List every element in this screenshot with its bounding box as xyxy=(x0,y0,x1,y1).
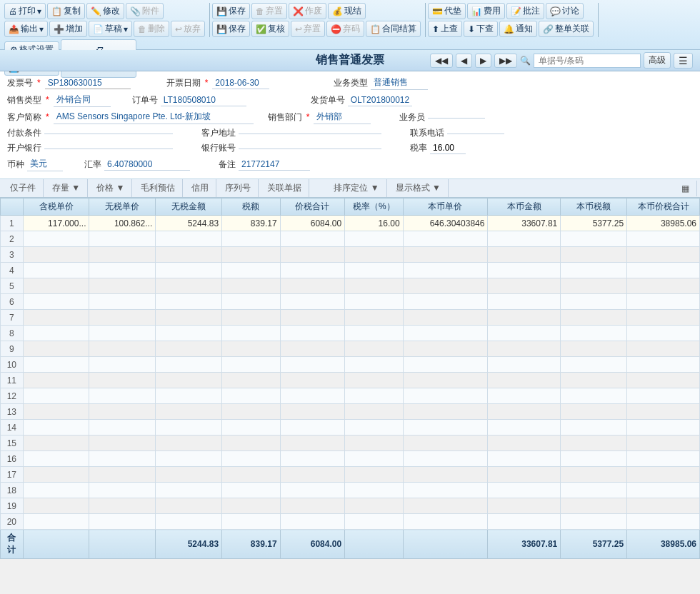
cashpay-btn[interactable]: 💰 现结 xyxy=(328,3,366,19)
col-taxrate-header[interactable]: 税率（%） xyxy=(345,198,403,216)
cell-17-7[interactable] xyxy=(403,467,488,483)
cell-13-6[interactable] xyxy=(345,404,403,420)
cell-20-8[interactable] xyxy=(488,514,561,530)
cell-4-6[interactable] xyxy=(345,263,403,278)
cell-9-4[interactable] xyxy=(222,341,280,357)
cell-7-5[interactable] xyxy=(280,310,345,326)
cell-1-0[interactable]: 1 xyxy=(1,216,24,231)
contract-btn[interactable]: 📋 合同结算 xyxy=(366,21,421,37)
cell-9-1[interactable] xyxy=(23,341,89,357)
cell-3-1[interactable] xyxy=(23,247,89,263)
cell-14-5[interactable] xyxy=(280,420,345,436)
nav-prev-btn[interactable]: ◀ xyxy=(456,54,472,68)
discardcode-btn[interactable]: ⛔ 弃码 xyxy=(326,21,364,37)
grid-expand-btn[interactable]: ▦ xyxy=(674,181,697,196)
cell-19-7[interactable] xyxy=(403,498,488,514)
cell-2-3[interactable] xyxy=(156,231,222,247)
cell-7-4[interactable] xyxy=(222,310,280,326)
cell-11-10[interactable] xyxy=(627,373,700,388)
cell-18-9[interactable] xyxy=(561,483,627,498)
cell-16-5[interactable] xyxy=(280,451,345,467)
cell-2-7[interactable] xyxy=(403,231,488,247)
cell-4-4[interactable] xyxy=(222,263,280,278)
customer-value[interactable]: AMS Sensors Singapore Pte. Ltd-新加坡 xyxy=(54,110,254,124)
cell-17-5[interactable] xyxy=(280,467,345,483)
tab-price[interactable]: 价格 ▼ xyxy=(89,179,132,197)
cell-15-3[interactable] xyxy=(156,436,222,451)
cell-5-9[interactable] xyxy=(561,278,627,294)
table-row[interactable]: 19 xyxy=(1,498,700,514)
cell-3-0[interactable]: 3 xyxy=(1,247,24,263)
cell-1-4[interactable]: 839.17 xyxy=(222,216,280,231)
table-row[interactable]: 17 xyxy=(1,467,700,483)
cell-18-3[interactable] xyxy=(156,483,222,498)
cell-13-2[interactable] xyxy=(89,404,156,420)
cell-17-4[interactable] xyxy=(222,467,280,483)
cell-13-1[interactable] xyxy=(23,404,89,420)
table-row[interactable]: 8 xyxy=(1,326,700,341)
cell-3-9[interactable] xyxy=(561,247,627,263)
cell-9-10[interactable] xyxy=(627,341,700,357)
cell-20-2[interactable] xyxy=(89,514,156,530)
cell-8-0[interactable]: 8 xyxy=(1,326,24,341)
cell-4-2[interactable] xyxy=(89,263,156,278)
cell-9-8[interactable] xyxy=(488,341,561,357)
cell-19-1[interactable] xyxy=(23,498,89,514)
col-notaxamt-header[interactable]: 无税金额 xyxy=(156,198,222,216)
table-row[interactable]: 14 xyxy=(1,420,700,436)
cell-15-8[interactable] xyxy=(488,436,561,451)
cell-14-6[interactable] xyxy=(345,420,403,436)
table-row[interactable]: 2 xyxy=(1,231,700,247)
table-row[interactable]: 3 xyxy=(1,247,700,263)
cell-19-3[interactable] xyxy=(156,498,222,514)
print-btn[interactable]: 🖨 打印 ▾ xyxy=(4,3,46,19)
cell-16-10[interactable] xyxy=(627,451,700,467)
save2-btn[interactable]: 💾 保存 xyxy=(212,21,250,37)
cell-2-6[interactable] xyxy=(345,231,403,247)
cell-15-9[interactable] xyxy=(561,436,627,451)
col-lcamt-header[interactable]: 本币金额 xyxy=(488,198,561,216)
cell-19-5[interactable] xyxy=(280,498,345,514)
table-row[interactable]: 15 xyxy=(1,436,700,451)
cell-11-1[interactable] xyxy=(23,373,89,388)
cell-8-4[interactable] xyxy=(222,326,280,341)
cell-6-0[interactable]: 6 xyxy=(1,294,24,310)
table-row[interactable]: 9 xyxy=(1,341,700,357)
cell-3-3[interactable] xyxy=(156,247,222,263)
expand-btn[interactable]: ☰ xyxy=(674,53,693,69)
cell-17-9[interactable] xyxy=(561,467,627,483)
cell-11-3[interactable] xyxy=(156,373,222,388)
cell-15-4[interactable] xyxy=(222,436,280,451)
cell-16-0[interactable]: 16 xyxy=(1,451,24,467)
down-query-btn[interactable]: ⬇ 下查 xyxy=(464,21,498,37)
delete-btn[interactable]: 🗑 删除 xyxy=(134,21,169,37)
sale-type-value[interactable]: 外销合同 xyxy=(54,93,111,107)
nav-next-btn[interactable]: ▶ xyxy=(475,54,491,68)
cell-12-2[interactable] xyxy=(89,388,156,404)
cell-2-4[interactable] xyxy=(222,231,280,247)
cell-1-10[interactable]: 38985.06 xyxy=(627,216,700,231)
payment-value[interactable] xyxy=(44,132,173,134)
cell-14-4[interactable] xyxy=(222,420,280,436)
cell-17-1[interactable] xyxy=(23,467,89,483)
cell-11-8[interactable] xyxy=(488,373,561,388)
cell-20-9[interactable] xyxy=(561,514,627,530)
cell-3-5[interactable] xyxy=(280,247,345,263)
cell-19-10[interactable] xyxy=(627,498,700,514)
cell-17-0[interactable]: 17 xyxy=(1,467,24,483)
cell-8-8[interactable] xyxy=(488,326,561,341)
tab-credit[interactable]: 信用 xyxy=(184,179,216,197)
cell-2-2[interactable] xyxy=(89,231,156,247)
cell-19-0[interactable]: 19 xyxy=(1,498,24,514)
cell-15-10[interactable] xyxy=(627,436,700,451)
cell-19-8[interactable] xyxy=(488,498,561,514)
cell-13-3[interactable] xyxy=(156,404,222,420)
cell-10-5[interactable] xyxy=(280,357,345,373)
col-lctax-header[interactable]: 本币税额 xyxy=(561,198,627,216)
col-taxprice-header[interactable]: 含税单价 xyxy=(23,198,89,216)
table-row[interactable]: 7 xyxy=(1,310,700,326)
cell-8-6[interactable] xyxy=(345,326,403,341)
cell-4-0[interactable]: 4 xyxy=(1,263,24,278)
cell-12-4[interactable] xyxy=(222,388,280,404)
cell-10-10[interactable] xyxy=(627,357,700,373)
